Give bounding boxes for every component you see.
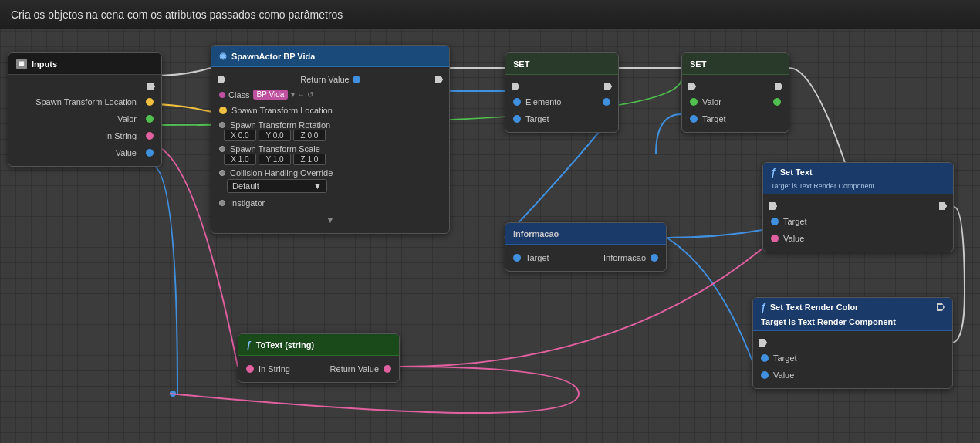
return-value-label: Return Value <box>300 75 349 84</box>
settext-value-row: Value <box>763 230 953 247</box>
settext-value-pin[interactable] <box>771 235 779 242</box>
info-target-label: Target <box>525 253 603 262</box>
spawn-actor-label: SpawnActor BP Vida <box>231 52 315 61</box>
set1-target-pin[interactable] <box>513 115 521 123</box>
set2-valor-out-pin[interactable] <box>773 98 781 106</box>
spawn-scale-pin[interactable] <box>219 146 225 152</box>
scale-y[interactable]: Y 1.0 <box>259 154 291 165</box>
totext-label: ToText (string) <box>256 340 314 350</box>
settextcolor-exec-out[interactable] <box>937 303 945 311</box>
totext-instring-pin[interactable] <box>246 365 254 373</box>
set2-exec-in[interactable] <box>688 83 696 90</box>
set2-valor-pin[interactable] <box>690 98 698 106</box>
settext-exec-row <box>763 199 953 213</box>
set-node-1: SET Elemento Target <box>505 52 619 133</box>
info-informacao-label: Informacao <box>603 253 646 262</box>
totext-header: ƒ ToText (string) <box>238 334 399 356</box>
totext-return-label: Return Value <box>330 364 379 374</box>
spawn-exec-row: Return Value <box>211 72 449 87</box>
settext-exec-in[interactable] <box>769 202 777 210</box>
info-target-in-pin[interactable] <box>513 254 521 262</box>
settext-title-row: ƒ Set Text <box>771 167 813 178</box>
set-node-2: SET Valor Target <box>681 52 789 133</box>
settext-func-icon: ƒ <box>771 167 776 178</box>
inputs-label: Inputs <box>32 59 57 69</box>
settextcolor-value-pin[interactable] <box>761 371 769 379</box>
spawn-class-row: Class BP Vida ▾ ← ↺ <box>211 87 449 102</box>
set2-exec-out[interactable] <box>775 83 782 90</box>
rotation-y[interactable]: Y 0.0 <box>259 130 291 141</box>
settextcolor-exec-in[interactable] <box>759 339 767 347</box>
spawn-transform-pin[interactable] <box>219 107 227 114</box>
title-text: Cria os objetos na cena com os atributos… <box>11 8 343 21</box>
informacao-node: Informacao Target Informacao <box>505 222 667 272</box>
to-text-node: ƒ ToText (string) In String Return Value <box>238 333 400 383</box>
set2-label: SET <box>690 59 706 69</box>
set1-elemento-out-pin[interactable] <box>603 98 610 106</box>
settextcolor-target-row: Target <box>753 350 952 367</box>
spawn-instigator-row: Instigator <box>211 194 449 211</box>
inputs-spawn-pin[interactable] <box>146 98 154 106</box>
return-value-pin[interactable] <box>353 76 360 83</box>
spawn-exec-in[interactable] <box>218 76 225 83</box>
set2-body: Valor Target <box>682 75 789 132</box>
inputs-instring-row: In String <box>8 127 161 144</box>
inputs-valor-pin[interactable] <box>146 115 154 123</box>
set1-target-label: Target <box>525 114 610 123</box>
spawn-class-static: Class <box>228 90 250 100</box>
set1-target-row: Target <box>505 110 618 127</box>
set1-exec-in[interactable] <box>512 83 519 90</box>
set2-target-row: Target <box>682 110 789 127</box>
scale-z[interactable]: Z 1.0 <box>293 154 326 165</box>
totext-row: In String Return Value <box>238 360 399 377</box>
spawn-instigator-pin[interactable] <box>219 200 225 206</box>
spawn-instigator-label: Instigator <box>230 198 441 208</box>
spawn-rotation-pin[interactable] <box>219 122 225 128</box>
rotation-x[interactable]: X 0.0 <box>224 130 256 141</box>
set1-body: Elemento Target <box>505 75 618 132</box>
set2-target-pin[interactable] <box>690 115 698 123</box>
set2-exec-row <box>682 79 789 93</box>
spawn-collision-pin[interactable] <box>219 170 225 176</box>
info-header: Informacao <box>505 223 666 245</box>
spawn-collapse-arrow[interactable]: ▼ <box>211 211 449 228</box>
scale-x[interactable]: X 1.0 <box>224 154 256 165</box>
settext-subheader: Target is Text Render Component <box>771 182 874 190</box>
settextcolor-value-row: Value <box>753 367 952 384</box>
settextcolor-title-row: ƒ Set Text Render Color <box>761 302 945 313</box>
settext-exec-out[interactable] <box>939 202 947 210</box>
inputs-exec-out[interactable] <box>147 83 155 90</box>
set1-elemento-pin[interactable] <box>513 98 521 106</box>
spawn-collision-row: Collision Handling Override Default ▼ <box>211 167 449 194</box>
rotation-z[interactable]: Z 0.0 <box>293 130 326 141</box>
set-text-color-node: ƒ Set Text Render Color Target is Text R… <box>752 297 953 389</box>
inputs-value-row: Value <box>8 144 161 161</box>
settext-target-pin[interactable] <box>771 218 779 225</box>
info-informacao-out-pin[interactable] <box>651 254 658 262</box>
spawn-scale-inputs: X 1.0 Y 1.0 Z 1.0 <box>224 154 326 165</box>
settextcolor-subheader: Target is Text Render Component <box>761 317 896 326</box>
set1-elemento-label: Elemento <box>525 97 603 107</box>
inputs-spawn-label: Spawn Transform Location <box>16 97 137 107</box>
inputs-exec-row <box>8 79 161 93</box>
spawn-transform-label: Spawn Transform Location <box>231 106 441 115</box>
inputs-value-pin[interactable] <box>146 149 154 157</box>
spawn-actor-node: ◉ SpawnActor BP Vida Return Value Class … <box>211 45 450 234</box>
totext-return-pin[interactable] <box>384 365 391 373</box>
blueprint-canvas: Cria os objetos na cena com os atributos… <box>0 0 980 443</box>
spawn-exec-out[interactable] <box>435 76 443 83</box>
settext-label: Set Text <box>780 167 813 177</box>
inputs-node-header: ▦ Inputs <box>8 53 161 75</box>
spawn-class-pin[interactable] <box>219 92 225 98</box>
settextcolor-label: Set Text Render Color <box>770 303 859 312</box>
settextcolor-target-pin[interactable] <box>761 354 769 362</box>
collision-dropdown[interactable]: Default ▼ <box>227 179 327 193</box>
title-bar: Cria os objetos na cena com os atributos… <box>0 0 980 29</box>
settextcolor-exec-row <box>753 336 952 350</box>
spawn-class-badge[interactable]: BP Vida <box>253 90 289 100</box>
settextcolor-target-label: Target <box>773 353 945 363</box>
settextcolor-body: Target Value <box>753 331 952 388</box>
set1-exec-out[interactable] <box>604 83 612 90</box>
spawn-collision-label: Collision Handling Override <box>230 168 333 178</box>
inputs-instring-pin[interactable] <box>146 132 154 140</box>
